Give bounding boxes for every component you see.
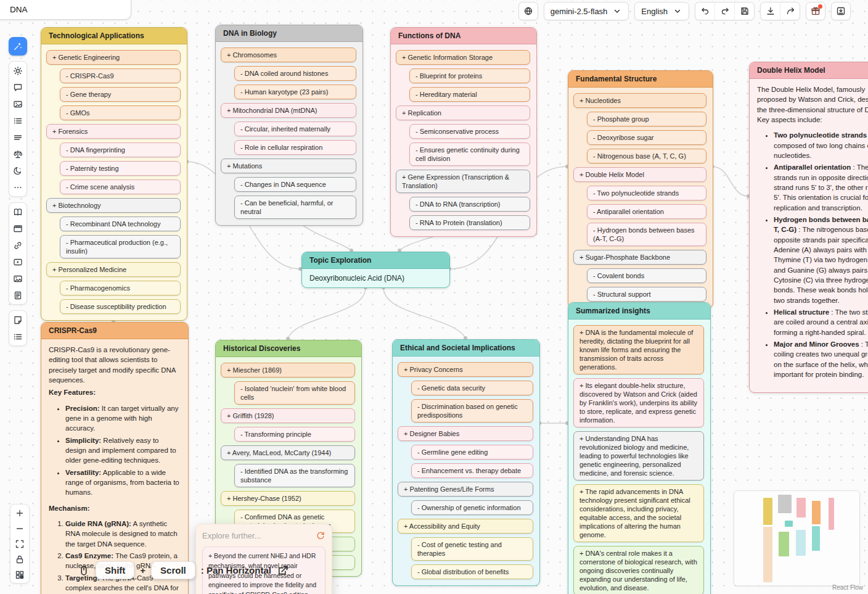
mindmap-item[interactable]: - Germline gene editing	[411, 445, 533, 460]
save-button[interactable]	[734, 2, 754, 20]
mindmap-item[interactable]: + Biotechnology	[46, 198, 181, 213]
mindmap-item[interactable]: + Hershey-Chase (1952)	[221, 491, 355, 506]
dna-in-biology-header[interactable]: DNA in Biology	[216, 25, 362, 42]
mindmap-item[interactable]: + Gene Expression (Transcription & Trans…	[396, 170, 530, 193]
gift-button[interactable]	[806, 2, 825, 20]
mindmap-item[interactable]: + Genetic Information Storage	[396, 50, 530, 65]
magic-wand-button[interactable]	[9, 37, 27, 56]
crispr-cas9-panel-header[interactable]: CRISPR-Cas9	[41, 323, 188, 339]
ellipsis-button[interactable]	[9, 179, 27, 196]
mindmap-item[interactable]: + Griffith (1928)	[221, 408, 355, 423]
sticky-note-button[interactable]	[9, 311, 27, 328]
mindmap-item[interactable]: + Mutations	[221, 159, 356, 173]
globe-button[interactable]	[518, 2, 538, 20]
zoom-out-button[interactable]	[10, 521, 29, 536]
zoom-in-button[interactable]	[10, 505, 29, 521]
fundamental-structure[interactable]: Fundamental Structure+ Nucleotides- Phos…	[568, 70, 713, 308]
mindmap-item[interactable]: - Gene therapy	[60, 87, 181, 102]
undo-button[interactable]	[695, 2, 714, 20]
layout-grid-button[interactable]	[10, 567, 29, 582]
mindmap-item[interactable]: - Enhancement vs. therapy debate	[411, 463, 533, 478]
mindmap-item[interactable]: - Antiparallel orientation	[587, 204, 706, 219]
mindmap-item[interactable]: - Disease susceptibility prediction	[60, 299, 181, 314]
mindmap-item[interactable]: + Understanding DNA has revolutionized b…	[573, 431, 704, 481]
moon-button[interactable]	[9, 162, 27, 179]
language-select[interactable]: English	[634, 2, 689, 20]
mindmap-item[interactable]: - Covalent bonds	[587, 268, 706, 283]
mindmap-item[interactable]: - Two polynucleotide strands	[587, 186, 706, 200]
list-button[interactable]	[9, 112, 27, 129]
mindmap-item[interactable]: - Circular, inherited maternally	[234, 122, 356, 136]
technological-applications[interactable]: Technological Applications+ Genetic Engi…	[41, 27, 187, 321]
topic-exploration[interactable]: Topic ExplorationDeoxyribonucleic Acid (…	[301, 252, 450, 288]
sun-button[interactable]	[9, 62, 27, 79]
crispr-cas9-panel[interactable]: CRISPR-Cas9CRISPR-Cas9 is a revolutionar…	[41, 322, 189, 594]
share-button[interactable]	[780, 2, 800, 20]
mindmap-item[interactable]: + Chromosomes	[221, 47, 356, 62]
mindmap-item[interactable]: - Nitrogenous base (A, T, C, G)	[587, 149, 706, 163]
refresh-icon[interactable]	[316, 530, 326, 540]
mindmap-item[interactable]: - Pharmacogenomics	[60, 281, 181, 295]
mindmap-item[interactable]: + Forensics	[46, 124, 181, 139]
mindmap-item[interactable]: - Pharmaceutical production (e.g., insul…	[60, 235, 181, 258]
image-button[interactable]	[9, 270, 27, 287]
mindmap-item[interactable]: - Recombinant DNA technology	[60, 217, 181, 231]
mindmap-item[interactable]: - Discrimination based on genetic predis…	[411, 399, 533, 423]
mindmap-item[interactable]: - Hydrogen bonds between bases (A-T, C-G…	[587, 223, 706, 246]
mindmap-item[interactable]: + Nucleotides	[573, 93, 706, 108]
mindmap-item[interactable]: - Role in cellular respiration	[234, 140, 356, 155]
mindmap-item[interactable]: + Replication	[396, 105, 530, 120]
mindmap-item[interactable]: - Global distribution of benefits	[411, 564, 533, 579]
mindmap-item[interactable]: + Privacy Concerns	[398, 362, 533, 377]
mindmap-item[interactable]: - Paternity testing	[60, 161, 181, 176]
mindmap-item[interactable]: - Isolated 'nuclein' from white blood ce…	[234, 381, 355, 405]
mindmap-item[interactable]: - DNA fingerprinting	[60, 142, 181, 157]
chat-button[interactable]	[9, 79, 27, 96]
ethical-and-societal-implications[interactable]: Ethical and Societal Implications+ Priva…	[392, 339, 540, 586]
mindmap-item[interactable]: + Avery, MacLeod, McCarty (1944)	[221, 445, 355, 460]
redo-button[interactable]	[714, 2, 734, 20]
mindmap-item[interactable]: - Can be beneficial, harmful, or neutral	[234, 196, 356, 219]
minimap[interactable]	[734, 490, 860, 586]
mindmap-item[interactable]: - Cost of genetic testing and therapies	[411, 537, 533, 561]
mindmap-item[interactable]: - Transforming principle	[234, 427, 355, 442]
mindmap-item[interactable]: + The rapid advancements in DNA technolo…	[573, 484, 704, 542]
mindmap-item[interactable]: - Phosphate group	[587, 112, 706, 126]
mindmap-item[interactable]: - RNA to Protein (translation)	[409, 215, 530, 230]
document-button[interactable]	[9, 287, 27, 303]
mindmap-item[interactable]: - DNA to RNA (transcription)	[409, 197, 530, 212]
mindmap-item[interactable]: + Genetic Engineering	[46, 50, 181, 65]
list-button[interactable]	[9, 328, 27, 345]
save-box-button[interactable]	[831, 2, 851, 20]
mindmap-item[interactable]: + Double Helix Model	[573, 167, 706, 182]
mindmap-item[interactable]: + Personalized Medicine	[46, 262, 181, 277]
mindmap-item[interactable]: - Human karyotype (23 pairs)	[234, 85, 356, 99]
mindmap-item[interactable]: - Identified DNA as the transforming sub…	[234, 464, 355, 487]
summarized-insights-header[interactable]: Summarized insights	[568, 303, 710, 320]
mindmap-item[interactable]: + DNA's central role makes it a cornerst…	[573, 546, 704, 594]
mindmap-item[interactable]: - Ensures genetic continuity during cell…	[409, 142, 530, 166]
functions-of-dna-header[interactable]: Functions of DNA	[391, 28, 536, 44]
align-lines-button[interactable]	[9, 129, 27, 146]
document-title-input[interactable]: DNA	[0, 0, 131, 20]
image-edit-button[interactable]	[9, 96, 27, 112]
historical-discoveries-header[interactable]: Historical Discoveries	[216, 340, 361, 357]
video-button[interactable]	[9, 254, 27, 270]
download-button[interactable]	[761, 2, 780, 20]
technological-applications-header[interactable]: Technological Applications	[41, 28, 187, 44]
mindmap-item[interactable]: - Hereditary material	[409, 87, 530, 102]
link-button[interactable]	[9, 237, 27, 254]
book-button[interactable]	[9, 204, 27, 220]
dna-in-biology[interactable]: DNA in Biology+ Chromosomes- DNA coiled …	[215, 25, 363, 226]
mindmap-item[interactable]: - Crime scene analysis	[60, 179, 181, 194]
mindmap-item[interactable]: - Semiconservative process	[409, 124, 530, 139]
clapperboard-button[interactable]	[9, 220, 27, 237]
mindmap-item[interactable]: - Structural support	[587, 287, 706, 302]
mindmap-item[interactable]: - DNA coiled around histones	[234, 66, 356, 81]
mindmap-item[interactable]: + Accessibility and Equity	[398, 519, 533, 534]
fit-view-button[interactable]	[10, 536, 29, 551]
mindmap-item[interactable]: - Ownership of genetic information	[411, 500, 533, 515]
mindmap-item[interactable]: + Miescher (1869)	[221, 363, 355, 377]
functions-of-dna[interactable]: Functions of DNA+ Genetic Information St…	[390, 27, 537, 237]
mindmap-item[interactable]: - GMOs	[60, 105, 181, 120]
